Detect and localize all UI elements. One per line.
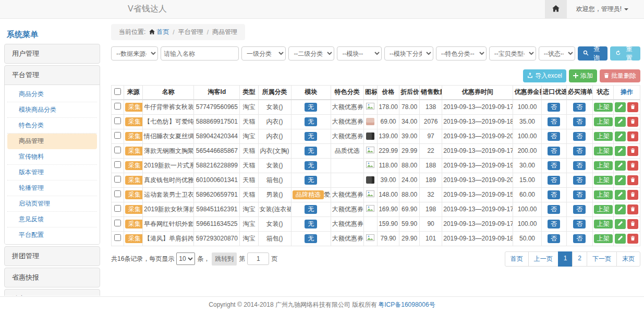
pager-item-1[interactable]: 上一页 (528, 251, 558, 267)
icp-link[interactable]: 粤ICP备16098006号 (378, 300, 435, 309)
delete-button[interactable] (627, 146, 638, 156)
imported-toggle-badge[interactable]: 否 (548, 103, 560, 112)
sidebar-subitem-3[interactable]: 商品管理 (7, 134, 97, 149)
status-badge[interactable]: 上架 (594, 161, 613, 170)
filter-select-0[interactable]: --数据来源-- (111, 46, 158, 61)
delete-button[interactable] (627, 102, 638, 112)
imported-toggle-badge[interactable]: 否 (548, 161, 560, 170)
imported-toggle-badge[interactable]: 否 (548, 176, 560, 185)
delete-button[interactable] (627, 204, 638, 214)
sidebar-item-1[interactable]: 平台管理 (5, 66, 100, 85)
sidebar-item-2[interactable]: 拼团管理 (5, 247, 100, 266)
status-badge[interactable]: 上架 (594, 190, 613, 199)
sidebar-item-4[interactable]: 消息管理 (5, 290, 100, 296)
must-buy-toggle-badge[interactable]: 否 (573, 117, 586, 126)
must-buy-toggle-badge[interactable]: 否 (573, 147, 586, 155)
delete-button[interactable] (627, 234, 638, 244)
status-badge[interactable]: 上架 (594, 220, 613, 228)
delete-button[interactable] (627, 131, 638, 141)
imported-toggle-badge[interactable]: 否 (548, 117, 560, 126)
sidebar-subitem-7[interactable]: 启动页管理 (7, 196, 97, 212)
row-checkbox[interactable] (114, 176, 121, 183)
row-checkbox[interactable] (114, 117, 121, 124)
row-checkbox[interactable] (114, 190, 121, 197)
sidebar-subitem-6[interactable]: 轮播管理 (7, 180, 97, 196)
reset-button[interactable]: 重置 (610, 46, 640, 61)
search-button[interactable]: 查询 (578, 46, 608, 61)
imported-toggle-badge[interactable]: 否 (548, 147, 560, 155)
status-badge[interactable]: 上架 (594, 205, 613, 214)
user-menu[interactable]: 欢迎您，管理员! (567, 5, 644, 14)
delete-button[interactable] (627, 161, 638, 171)
pager-item-3[interactable]: 2 (572, 251, 587, 267)
sidebar-subitem-1[interactable]: 模块商品分类 (7, 102, 97, 118)
must-buy-toggle-badge[interactable]: 否 (573, 220, 586, 228)
sidebar-item-3[interactable]: 省惠快报 (5, 268, 100, 287)
row-checkbox[interactable] (114, 132, 121, 139)
must-buy-toggle-badge[interactable]: 否 (573, 103, 586, 112)
import-excel-button[interactable]: 导入excel (523, 69, 566, 82)
edit-button[interactable] (615, 234, 626, 244)
edit-button[interactable] (615, 219, 626, 229)
filter-select-8[interactable]: --状态-- (539, 46, 575, 61)
pager-item-2[interactable]: 1 (558, 251, 573, 267)
edit-button[interactable] (615, 204, 626, 214)
edit-button[interactable] (615, 117, 626, 127)
filter-select-6[interactable]: --特色分类-- (436, 46, 487, 61)
sidebar-subitem-0[interactable]: 商品分类 (7, 87, 97, 102)
edit-button[interactable] (615, 131, 626, 141)
status-badge[interactable]: 上架 (594, 103, 613, 112)
row-checkbox[interactable] (114, 103, 121, 110)
filter-select-4[interactable]: --模块-- (337, 46, 381, 61)
sidebar-subitem-8[interactable]: 意见反馈 (7, 212, 97, 227)
imported-toggle-badge[interactable]: 否 (548, 205, 560, 214)
filter-select-5[interactable]: --模块下分类-- (384, 46, 433, 61)
imported-toggle-badge[interactable]: 否 (548, 132, 560, 141)
edit-button[interactable] (615, 161, 626, 171)
sidebar-subitem-5[interactable]: 版本管理 (7, 165, 97, 180)
row-checkbox[interactable] (114, 205, 121, 212)
must-buy-toggle-badge[interactable]: 否 (573, 190, 586, 199)
edit-button[interactable] (615, 190, 626, 200)
status-badge[interactable]: 上架 (594, 132, 613, 141)
delete-button[interactable] (627, 219, 638, 229)
sidebar-item-0[interactable]: 用户管理 (5, 44, 100, 63)
filter-select-2[interactable]: 一级分类 (241, 46, 286, 61)
pager-item-0[interactable]: 首页 (505, 251, 529, 267)
must-buy-toggle-badge[interactable]: 否 (573, 176, 586, 185)
row-checkbox[interactable] (114, 234, 121, 241)
jump-page-input[interactable] (247, 252, 269, 265)
pager-item-5[interactable]: 末页 (616, 251, 640, 267)
home-button[interactable] (545, 0, 567, 19)
filter-select-3[interactable]: --二级分类-- (288, 46, 334, 61)
per-page-select[interactable]: 10 (176, 252, 195, 265)
imported-toggle-badge[interactable]: 否 (548, 190, 560, 199)
row-checkbox[interactable] (114, 220, 121, 226)
must-buy-toggle-badge[interactable]: 否 (573, 234, 586, 243)
must-buy-toggle-badge[interactable]: 否 (573, 205, 586, 214)
delete-button[interactable] (627, 117, 638, 127)
row-checkbox[interactable] (114, 147, 121, 153)
must-buy-toggle-badge[interactable]: 否 (573, 161, 586, 170)
edit-button[interactable] (615, 102, 626, 112)
status-badge[interactable]: 上架 (594, 176, 613, 185)
jump-button[interactable]: 跳转到 (212, 252, 237, 266)
status-badge[interactable]: 上架 (594, 117, 613, 126)
select-all-checkbox[interactable] (114, 88, 121, 95)
sidebar-subitem-9[interactable]: 平台配置 (7, 227, 97, 243)
imported-toggle-badge[interactable]: 否 (548, 234, 560, 243)
imported-toggle-badge[interactable]: 否 (548, 220, 560, 228)
add-button[interactable]: 添加 (569, 69, 597, 82)
filter-select-7[interactable]: --宝贝类型-- (489, 46, 536, 61)
must-buy-toggle-badge[interactable]: 否 (573, 132, 586, 141)
pager-item-4[interactable]: 下一页 (587, 251, 617, 267)
sidebar-subitem-2[interactable]: 特色分类 (7, 118, 97, 134)
breadcrumb-home-link[interactable]: 首页 (149, 28, 169, 37)
status-badge[interactable]: 上架 (594, 147, 613, 155)
edit-button[interactable] (615, 146, 626, 156)
batch-delete-button[interactable]: 批量删除 (600, 69, 640, 82)
status-badge[interactable]: 上架 (594, 234, 613, 243)
sidebar-subitem-4[interactable]: 宣传物料 (7, 149, 97, 165)
delete-button[interactable] (627, 175, 638, 185)
delete-button[interactable] (627, 190, 638, 200)
